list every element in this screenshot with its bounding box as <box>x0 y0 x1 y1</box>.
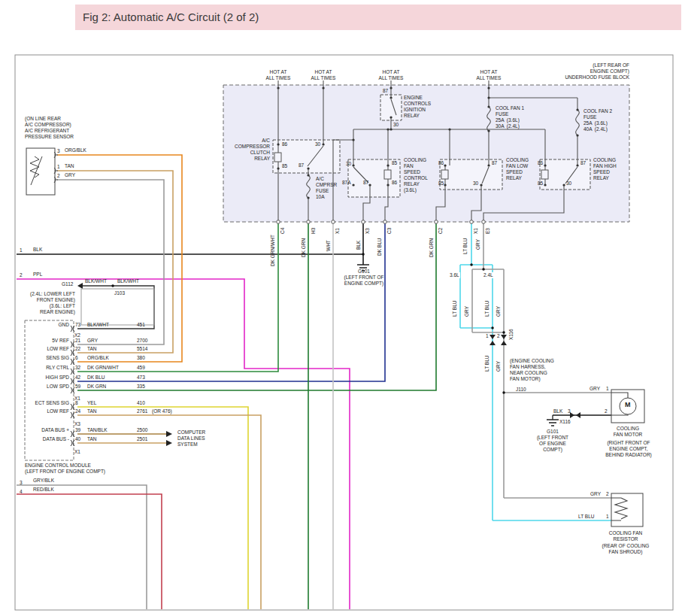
ecm-row-8-label: LOW REF <box>27 408 69 414</box>
terminal-c2 <box>435 220 438 224</box>
wire-label-gry-a: GRY <box>476 239 481 250</box>
motor-wire-gry-label: GRY <box>590 386 600 392</box>
wire-label-wht: WHT <box>326 240 332 251</box>
ecm-row-0-label: GND <box>27 322 69 328</box>
ignition-relay-pin-87: 87 <box>383 88 388 94</box>
wire-label-gry-b: GRY <box>465 306 470 317</box>
ecm-conn-x3: X3 <box>74 421 80 427</box>
ecm-row-4-pin: 32 <box>75 365 80 371</box>
ecm-row-8-wire: TAN <box>87 408 97 414</box>
left-wire-4-number: 4 <box>20 489 23 495</box>
sc-pin-87a: 87A <box>342 180 351 186</box>
ecm-row-2-ckt: 5514 <box>137 346 147 352</box>
left-wire-3-color: GRY/BLK <box>33 478 54 484</box>
ecm-conn-x1-b: X1 <box>74 449 80 455</box>
sensor-wire-gry-label: GRY <box>65 172 75 178</box>
ecm-row-10-ckt: 2501 <box>137 436 147 442</box>
fuse-block-location: (LEFT REAR OF ENGINE COMPT) UNDERHOOD FU… <box>526 62 629 80</box>
hs-relay-label: COOLING FAN HIGH SPEED RELAY <box>593 157 617 181</box>
clutch-relay-label: A/C COMPRESSOR CLUTCH RELAY <box>225 138 270 162</box>
terminal-x1 <box>332 220 335 224</box>
ac-cmprsr-fuse-label: A/C CMPRSR FUSE 10A <box>316 176 337 200</box>
wire-label-dk-grn-b: DK GRN <box>429 238 435 257</box>
motor-m-symbol: M <box>625 401 631 408</box>
conn-label-x116-b: X116 <box>559 419 571 425</box>
ecm-row-0-wire: BLK/WHT <box>87 322 109 328</box>
sc-pin-30: 30 <box>346 161 351 167</box>
ecm-row-1-pin: 21 <box>75 338 80 344</box>
resistor-wire-lt-blu-label: LT BLU <box>578 514 594 520</box>
conn-label-x1-b: X1 <box>474 228 479 234</box>
hot-label-1: HOT AT ALL TIMES <box>262 69 295 81</box>
left-wire-2-number: 2 <box>20 272 23 278</box>
ecm-row-2-pin: 22 <box>75 346 80 352</box>
hs-pin-85: 85 <box>538 181 543 187</box>
wire-label-dk-grn-a: DK GRN <box>302 238 307 257</box>
ecm-row-7-ckt: 410 <box>137 400 145 406</box>
conn-label-x3-a: X3 <box>365 228 371 234</box>
pressure-sensor-label: (ON LINE REAR A/C COMPRESSOR) A/C REFRIG… <box>25 116 74 140</box>
motor-pin-2-label: 2 <box>605 408 608 414</box>
ecm-row-10-pin: 40 <box>75 436 80 442</box>
wire-label-lt-blu-c: LT BLU <box>485 301 490 317</box>
ecm-row-8-ckt: 2761 <box>137 408 147 414</box>
engine-3-6l-label: 3.6L <box>449 272 460 278</box>
hs-pin-86: 86 <box>538 160 543 166</box>
wire-label-lt-blu-d: LT BLU <box>485 356 490 372</box>
motor-pin-1-label: 1 <box>606 386 609 392</box>
conn-label-x116-v: X116 <box>509 329 514 340</box>
ecm-row-4-label: RLY CTRL <box>27 365 69 371</box>
motor-name-label: COOLING FAN MOTOR <box>605 426 650 438</box>
ecm-row-8-alt: (OR 476) <box>152 408 172 414</box>
x116-pin-3-label: 3 <box>568 408 571 414</box>
hot-label-2: HOT AT ALL TIMES <box>307 69 340 81</box>
ecm-row-5-wire: DK BLU <box>87 375 105 381</box>
conn-label-x1-a: X1 <box>335 228 341 234</box>
wire-label-dk-grn-wht: DK GRN/WHT <box>271 235 276 266</box>
resistor-wire-gry-label: GRY <box>590 491 601 497</box>
resistor-name-label: COOLING FAN RESISTOR <box>597 530 654 542</box>
ls-relay-label: COOLING FAN LOW SPEED RELAY <box>506 157 529 181</box>
ignition-relay-pin-30: 30 <box>393 122 399 128</box>
ignition-relay-label: ENGINE CONTROLS IGNITION RELAY <box>404 95 431 119</box>
fan-resistor-symbol <box>611 493 643 526</box>
conn-label-c4: C4 <box>280 228 286 234</box>
ecm-row-9-wire: TAN/BLK <box>87 427 108 433</box>
terminal-h3 <box>307 220 311 224</box>
left-wire-4-color: RED/BLK <box>33 487 54 493</box>
ecm-row-5-ckt: 473 <box>137 375 145 381</box>
terminal-x3 <box>362 220 365 224</box>
ls-pin-87: 87 <box>492 160 497 166</box>
terminal-e3 <box>482 220 486 224</box>
j110-label: J110 <box>516 387 526 393</box>
g112-engine-note: (2.4L: LOWER LEFT FRONT ENGINE) (3.6L: L… <box>23 291 75 315</box>
left-wire-1-color: BLK <box>33 247 42 253</box>
computer-data-lines-label: COMPUTER DATA LINES SYSTEM <box>177 429 205 448</box>
wiring-diagram <box>0 0 685 616</box>
sc-pin-85: 85 <box>392 160 397 166</box>
clutch-pin-85: 85 <box>282 163 287 169</box>
ecm-row-3-label: SENS SIG <box>27 355 69 361</box>
wire-label-gry-c: GRY <box>496 306 502 317</box>
left-wire-2-color: PPL <box>33 272 42 278</box>
sensor-box <box>26 148 55 195</box>
wire-label-blk: BLK <box>356 241 362 250</box>
hs-pin-30: 30 <box>566 181 571 187</box>
x116-pin-2-label: 2 <box>497 333 500 339</box>
sensor-pin-3-label: 3 <box>57 148 60 154</box>
ecm-row-1-label: 5V REF <box>27 338 69 344</box>
fan-harness-label: (ENGINE COOLING FAN HARNESS, NEAR COOLIN… <box>510 358 554 382</box>
resistor-pin-2-label: 2 <box>606 491 609 497</box>
conn-label-h3: H3 <box>311 228 317 234</box>
wire-label-lt-blu-b: LT BLU <box>453 301 458 317</box>
ecm-row-9-ckt: 2500 <box>137 427 147 433</box>
cool-fan-1-fuse-label: COOL FAN 1 FUSE 25A (3.6L) 30A (2.4L) <box>496 105 524 129</box>
clutch-pin-30: 30 <box>315 141 320 147</box>
g112-label: G112 <box>62 281 73 287</box>
sc-pin-87: 87 <box>363 180 368 186</box>
x116-pin-1-label: 1 <box>486 333 489 339</box>
engine-2-4l-label: 2.4L <box>483 272 494 278</box>
ecm-name-label: ENGINE CONTROL MODULE (LEFT FRONT OF ENG… <box>25 463 105 475</box>
sc-relay-label: COOLING FAN SPEED CONTROL RELAY (3.6L) <box>404 157 428 193</box>
ecm-row-3-ckt: 380 <box>137 355 145 361</box>
